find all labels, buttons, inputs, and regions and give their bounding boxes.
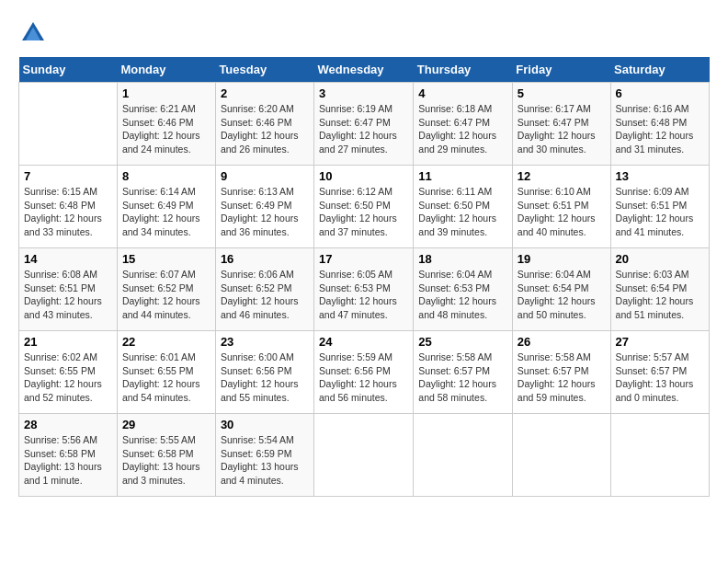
- day-info: Sunrise: 6:04 AM Sunset: 6:54 PM Dayligh…: [518, 268, 606, 322]
- calendar-cell: 24Sunrise: 5:59 AM Sunset: 6:56 PM Dayli…: [314, 331, 414, 414]
- day-number: 24: [319, 335, 408, 349]
- weekday-header-wednesday: Wednesday: [314, 57, 414, 83]
- day-number: 1: [122, 86, 210, 100]
- day-info: Sunrise: 5:54 AM Sunset: 6:59 PM Dayligh…: [221, 433, 309, 488]
- day-info: Sunrise: 6:04 AM Sunset: 6:53 PM Dayligh…: [418, 268, 507, 322]
- calendar-cell: 14Sunrise: 6:08 AM Sunset: 6:51 PM Dayli…: [19, 248, 118, 331]
- day-info: Sunrise: 6:02 AM Sunset: 6:55 PM Dayligh…: [24, 350, 112, 405]
- calendar-cell: 3Sunrise: 6:19 AM Sunset: 6:47 PM Daylig…: [314, 83, 414, 166]
- day-number: 19: [518, 252, 606, 266]
- day-info: Sunrise: 5:56 AM Sunset: 6:58 PM Dayligh…: [24, 433, 112, 488]
- day-info: Sunrise: 6:05 AM Sunset: 6:53 PM Dayligh…: [319, 268, 408, 322]
- logo: [18, 18, 51, 48]
- day-number: 22: [122, 335, 210, 349]
- day-info: Sunrise: 6:16 AM Sunset: 6:48 PM Dayligh…: [616, 102, 704, 156]
- day-info: Sunrise: 5:57 AM Sunset: 6:57 PM Dayligh…: [616, 350, 704, 405]
- calendar-cell: 10Sunrise: 6:12 AM Sunset: 6:50 PM Dayli…: [314, 166, 414, 248]
- day-number: 16: [221, 252, 309, 266]
- day-number: 29: [122, 418, 210, 431]
- day-info: Sunrise: 6:15 AM Sunset: 6:48 PM Dayligh…: [24, 185, 112, 239]
- day-info: Sunrise: 5:55 AM Sunset: 6:58 PM Dayligh…: [122, 433, 210, 488]
- day-info: Sunrise: 5:58 AM Sunset: 6:57 PM Dayligh…: [518, 350, 606, 405]
- day-info: Sunrise: 6:19 AM Sunset: 6:47 PM Dayligh…: [319, 102, 408, 156]
- day-info: Sunrise: 6:17 AM Sunset: 6:47 PM Dayligh…: [518, 102, 606, 156]
- calendar-cell: 26Sunrise: 5:58 AM Sunset: 6:57 PM Dayli…: [512, 331, 610, 414]
- calendar-cell: [512, 414, 610, 497]
- calendar-cell: 17Sunrise: 6:05 AM Sunset: 6:53 PM Dayli…: [314, 248, 414, 331]
- calendar-cell: 19Sunrise: 6:04 AM Sunset: 6:54 PM Dayli…: [512, 248, 610, 331]
- day-info: Sunrise: 6:06 AM Sunset: 6:52 PM Dayligh…: [221, 268, 309, 322]
- page-header: [18, 18, 710, 48]
- calendar-cell: 5Sunrise: 6:17 AM Sunset: 6:47 PM Daylig…: [512, 83, 610, 166]
- day-info: Sunrise: 6:08 AM Sunset: 6:51 PM Dayligh…: [24, 268, 112, 322]
- day-number: 9: [221, 169, 309, 183]
- day-info: Sunrise: 5:58 AM Sunset: 6:57 PM Dayligh…: [418, 350, 507, 405]
- day-number: 3: [319, 86, 408, 100]
- calendar-cell: 7Sunrise: 6:15 AM Sunset: 6:48 PM Daylig…: [19, 166, 118, 248]
- day-info: Sunrise: 6:03 AM Sunset: 6:54 PM Dayligh…: [616, 268, 704, 322]
- day-number: 17: [319, 252, 408, 266]
- day-number: 23: [221, 335, 309, 349]
- day-number: 12: [518, 169, 606, 183]
- day-info: Sunrise: 6:00 AM Sunset: 6:56 PM Dayligh…: [221, 350, 309, 405]
- day-number: 5: [518, 86, 606, 100]
- day-info: Sunrise: 6:12 AM Sunset: 6:50 PM Dayligh…: [319, 185, 408, 239]
- calendar-cell: 12Sunrise: 6:10 AM Sunset: 6:51 PM Dayli…: [512, 166, 610, 248]
- calendar-cell: 2Sunrise: 6:20 AM Sunset: 6:46 PM Daylig…: [215, 83, 313, 166]
- weekday-header-tuesday: Tuesday: [215, 57, 313, 83]
- day-number: 10: [319, 169, 408, 183]
- calendar-cell: [610, 414, 709, 497]
- calendar-week-row: 14Sunrise: 6:08 AM Sunset: 6:51 PM Dayli…: [19, 248, 710, 331]
- day-info: Sunrise: 6:21 AM Sunset: 6:46 PM Dayligh…: [122, 102, 210, 156]
- calendar-cell: [314, 414, 414, 497]
- day-number: 26: [518, 335, 606, 349]
- calendar-cell: 8Sunrise: 6:14 AM Sunset: 6:49 PM Daylig…: [117, 166, 215, 248]
- day-number: 7: [24, 169, 112, 183]
- day-number: 20: [616, 252, 704, 266]
- weekday-header-saturday: Saturday: [610, 57, 709, 83]
- calendar-cell: [414, 414, 513, 497]
- day-info: Sunrise: 6:11 AM Sunset: 6:50 PM Dayligh…: [418, 185, 507, 239]
- calendar-cell: 6Sunrise: 6:16 AM Sunset: 6:48 PM Daylig…: [610, 83, 709, 166]
- weekday-header-friday: Friday: [512, 57, 610, 83]
- day-number: 30: [221, 418, 309, 431]
- calendar-week-row: 28Sunrise: 5:56 AM Sunset: 6:58 PM Dayli…: [19, 414, 710, 497]
- calendar-table: SundayMondayTuesdayWednesdayThursdayFrid…: [18, 57, 710, 497]
- calendar-cell: 20Sunrise: 6:03 AM Sunset: 6:54 PM Dayli…: [610, 248, 709, 331]
- weekday-header-thursday: Thursday: [414, 57, 513, 83]
- calendar-week-row: 1Sunrise: 6:21 AM Sunset: 6:46 PM Daylig…: [19, 83, 710, 166]
- calendar-cell: 18Sunrise: 6:04 AM Sunset: 6:53 PM Dayli…: [414, 248, 513, 331]
- calendar-cell: 29Sunrise: 5:55 AM Sunset: 6:58 PM Dayli…: [117, 414, 215, 497]
- weekday-header-row: SundayMondayTuesdayWednesdayThursdayFrid…: [19, 57, 710, 83]
- day-number: 28: [24, 418, 112, 431]
- day-info: Sunrise: 6:09 AM Sunset: 6:51 PM Dayligh…: [616, 185, 704, 239]
- calendar-cell: [19, 83, 118, 166]
- calendar-cell: 4Sunrise: 6:18 AM Sunset: 6:47 PM Daylig…: [414, 83, 513, 166]
- day-info: Sunrise: 6:13 AM Sunset: 6:49 PM Dayligh…: [221, 185, 309, 239]
- day-info: Sunrise: 6:18 AM Sunset: 6:47 PM Dayligh…: [418, 102, 507, 156]
- day-number: 2: [221, 86, 309, 100]
- calendar-cell: 9Sunrise: 6:13 AM Sunset: 6:49 PM Daylig…: [215, 166, 313, 248]
- day-number: 11: [418, 169, 507, 183]
- calendar-cell: 23Sunrise: 6:00 AM Sunset: 6:56 PM Dayli…: [215, 331, 313, 414]
- weekday-header-sunday: Sunday: [19, 57, 118, 83]
- calendar-week-row: 21Sunrise: 6:02 AM Sunset: 6:55 PM Dayli…: [19, 331, 710, 414]
- calendar-cell: 27Sunrise: 5:57 AM Sunset: 6:57 PM Dayli…: [610, 331, 709, 414]
- day-number: 13: [616, 169, 704, 183]
- calendar-cell: 1Sunrise: 6:21 AM Sunset: 6:46 PM Daylig…: [117, 83, 215, 166]
- calendar-cell: 21Sunrise: 6:02 AM Sunset: 6:55 PM Dayli…: [19, 331, 118, 414]
- calendar-cell: 25Sunrise: 5:58 AM Sunset: 6:57 PM Dayli…: [414, 331, 513, 414]
- calendar-cell: 13Sunrise: 6:09 AM Sunset: 6:51 PM Dayli…: [610, 166, 709, 248]
- day-info: Sunrise: 6:01 AM Sunset: 6:55 PM Dayligh…: [122, 350, 210, 405]
- day-info: Sunrise: 6:10 AM Sunset: 6:51 PM Dayligh…: [518, 185, 606, 239]
- day-number: 18: [418, 252, 507, 266]
- day-number: 15: [122, 252, 210, 266]
- day-info: Sunrise: 6:20 AM Sunset: 6:46 PM Dayligh…: [221, 102, 309, 156]
- day-number: 4: [418, 86, 507, 100]
- day-number: 25: [418, 335, 507, 349]
- day-number: 21: [24, 335, 112, 349]
- logo-icon: [18, 18, 48, 48]
- calendar-cell: 22Sunrise: 6:01 AM Sunset: 6:55 PM Dayli…: [117, 331, 215, 414]
- calendar-cell: 15Sunrise: 6:07 AM Sunset: 6:52 PM Dayli…: [117, 248, 215, 331]
- calendar-cell: 11Sunrise: 6:11 AM Sunset: 6:50 PM Dayli…: [414, 166, 513, 248]
